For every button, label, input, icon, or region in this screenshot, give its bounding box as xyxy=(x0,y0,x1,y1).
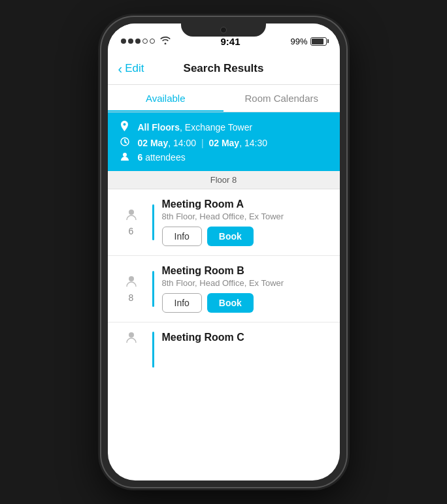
status-time: 9:41 xyxy=(220,36,240,47)
page-title: Search Results xyxy=(184,62,264,75)
signal-dots xyxy=(121,39,155,44)
camera xyxy=(220,27,227,33)
room-divider-b xyxy=(152,271,154,307)
svg-point-1 xyxy=(123,153,127,157)
signal-dot-3 xyxy=(135,39,141,44)
room-name-b: Meeting Room B xyxy=(162,265,329,277)
info-button-a[interactable]: Info xyxy=(162,227,202,246)
person-icon-c xyxy=(125,332,137,347)
svg-point-3 xyxy=(129,276,134,281)
room-divider-a xyxy=(152,204,154,240)
signal-dot-2 xyxy=(128,39,133,44)
book-button-b[interactable]: Book xyxy=(207,293,254,313)
room-capacity-c xyxy=(118,332,144,347)
phone-screen: 9:41 99% ‹ Edit Search Results Available xyxy=(108,24,340,480)
attendees-icon xyxy=(118,152,131,163)
room-location-a: 8th Floor, Head Office, Ex Tower xyxy=(162,212,329,221)
back-label: Edit xyxy=(125,62,144,75)
time-icon xyxy=(118,137,131,148)
chevron-left-icon: ‹ xyxy=(118,62,123,75)
battery-area: 99% xyxy=(290,37,326,46)
attendees-row: 6 attendees xyxy=(118,150,329,165)
attendees-text: 6 attendees xyxy=(138,152,186,163)
notch xyxy=(181,24,266,37)
signal-area xyxy=(121,36,171,46)
capacity-num-b: 8 xyxy=(129,292,134,303)
room-actions-b: Info Book xyxy=(162,293,329,313)
person-icon-a xyxy=(125,209,137,224)
signal-dot-4 xyxy=(142,39,148,44)
battery-icon xyxy=(310,37,327,46)
signal-dot-1 xyxy=(121,39,126,44)
room-name-a: Meeting Room A xyxy=(162,198,329,210)
book-button-a[interactable]: Book xyxy=(207,227,254,246)
battery-percentage: 99% xyxy=(290,37,307,46)
info-button-b[interactable]: Info xyxy=(162,293,202,313)
room-location-b: 8th Floor, Head Office, Ex Tower xyxy=(162,278,329,288)
wifi-icon xyxy=(160,36,171,46)
room-info-b: Meeting Room B 8th Floor, Head Office, E… xyxy=(162,265,329,313)
room-name-c: Meeting Room C xyxy=(162,332,329,343)
room-item: 6 Meeting Room A 8th Floor, Head Office,… xyxy=(108,189,340,256)
time-text: 02 May, 14:00 | 02 May, 14:30 xyxy=(138,138,267,148)
tab-room-calendars[interactable]: Room Calendars xyxy=(224,85,340,112)
room-actions-a: Info Book xyxy=(162,227,329,246)
tab-available[interactable]: Available xyxy=(108,85,224,112)
content-area: All Floors, Exchange Tower 02 May, 14:00… xyxy=(108,112,340,475)
room-divider-c xyxy=(152,332,154,368)
signal-dot-5 xyxy=(150,39,155,44)
room-info-a: Meeting Room A 8th Floor, Head Office, E… xyxy=(162,198,329,246)
person-icon-b xyxy=(125,276,137,291)
floor-header: Floor 8 xyxy=(108,171,340,189)
room-item-partial: Meeting Room C xyxy=(108,323,340,377)
svg-point-4 xyxy=(129,332,134,338)
tabs-bar: Available Room Calendars xyxy=(108,85,340,112)
location-text: All Floors, Exchange Tower xyxy=(138,122,253,133)
svg-point-2 xyxy=(129,210,134,215)
phone-frame: 9:41 99% ‹ Edit Search Results Available xyxy=(101,17,346,487)
room-capacity-b: 8 xyxy=(118,276,144,303)
room-capacity-a: 6 xyxy=(118,209,144,236)
location-row: All Floors, Exchange Tower xyxy=(118,119,329,135)
capacity-num-a: 6 xyxy=(129,226,134,236)
navigation-bar: ‹ Edit Search Results xyxy=(108,52,340,85)
room-info-c: Meeting Room C xyxy=(162,332,329,345)
back-button[interactable]: ‹ Edit xyxy=(118,62,144,75)
room-item: 8 Meeting Room B 8th Floor, Head Office,… xyxy=(108,256,340,323)
search-summary: All Floors, Exchange Tower 02 May, 14:00… xyxy=(108,112,340,171)
location-icon xyxy=(118,121,131,133)
time-row: 02 May, 14:00 | 02 May, 14:30 xyxy=(118,135,329,150)
